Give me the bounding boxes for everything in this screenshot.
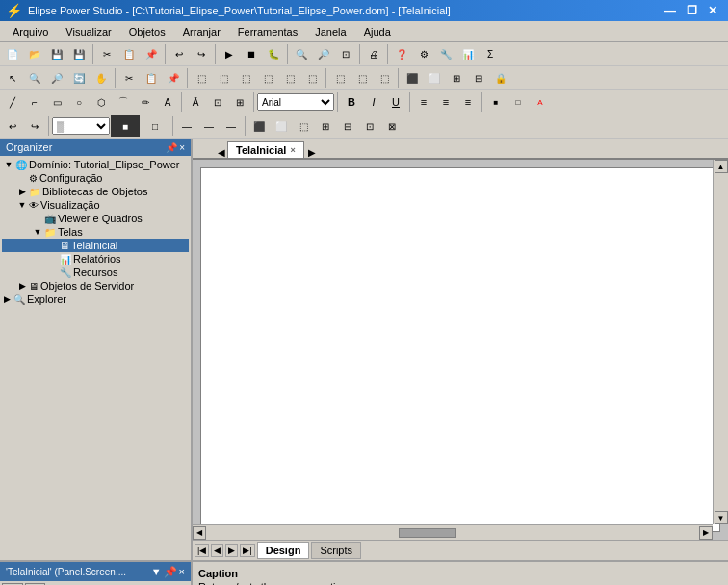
obj-align-center[interactable]: ⬚ (213, 67, 234, 89)
obj-back[interactable]: ⬜ (424, 67, 445, 89)
effect4[interactable]: ⊞ (315, 115, 336, 137)
tree-item-telas[interactable]: ▼ 📁 Telas (2, 225, 189, 239)
tb-paste[interactable]: 📌 (163, 67, 184, 89)
effect7[interactable]: ⊠ (381, 115, 403, 137)
align-left-text[interactable]: ≡ (413, 91, 434, 113)
draw-line[interactable]: ╱ (2, 91, 23, 113)
italic-button[interactable]: I (363, 91, 384, 113)
draw-ellipse[interactable]: ○ (68, 91, 90, 113)
extra2-button[interactable]: 🔧 (435, 43, 456, 64)
scroll-left-btn[interactable]: ◀ (193, 526, 206, 540)
tree-item-recursos[interactable]: 🔧 Recursos (2, 266, 189, 279)
obj-align-bottom[interactable]: ⬚ (301, 67, 323, 89)
organizer-close-btn[interactable]: × (179, 142, 185, 153)
line-style1[interactable]: — (176, 115, 197, 137)
menu-ajuda[interactable]: Ajuda (355, 23, 400, 40)
nav-first-btn[interactable]: |◀ (195, 544, 209, 557)
align-right-text[interactable]: ≡ (457, 91, 479, 113)
menu-objetos[interactable]: Objetos (120, 23, 174, 40)
obj-ungroup[interactable]: ⊟ (468, 67, 489, 89)
obj-front[interactable]: ⬛ (402, 67, 423, 89)
fill-color[interactable]: ■ (485, 91, 507, 113)
tree-item-visualizacao[interactable]: ▼ 👁 Visualização (2, 198, 189, 212)
line-style3[interactable]: — (221, 115, 242, 137)
tb-copy[interactable]: 📋 (141, 67, 162, 89)
obj-size-same[interactable]: ⬚ (329, 67, 351, 89)
scrollbar-horizontal[interactable]: ◀ ▶ (193, 524, 713, 540)
extra3-button[interactable]: 📊 (457, 43, 479, 64)
obj-size-height[interactable]: ⬚ (374, 67, 395, 89)
scrollbar-vertical[interactable]: ▲ ▼ (713, 160, 728, 524)
run-button[interactable]: ▶ (219, 43, 240, 64)
underline-button[interactable]: U (385, 91, 406, 113)
restore-button[interactable]: ❐ (682, 3, 701, 18)
font-select[interactable]: Arial (257, 93, 334, 111)
menu-arquivo[interactable]: Arquivo (4, 23, 57, 40)
nav-last-btn[interactable]: ▶| (240, 544, 254, 557)
help-button[interactable]: ❓ (391, 43, 412, 64)
tree-item-telainicial[interactable]: 🖥 TelaInicial (2, 239, 189, 252)
tab-left-btn[interactable]: ◀ (216, 147, 227, 158)
draw-rect[interactable]: ▭ (46, 91, 67, 113)
tree-item-bibliotecas[interactable]: ▶ 📁 Bibliotecas de Objetos (2, 185, 189, 198)
extra1-button[interactable]: ⚙ (413, 43, 434, 64)
props-close-btn[interactable]: × (179, 566, 185, 578)
tree-item-objservidor[interactable]: ▶ 🖥 Objetos de Servidor (2, 279, 189, 292)
text-color[interactable]: A (530, 91, 551, 113)
zoom-out-button[interactable]: 🔎 (313, 43, 334, 64)
effect6[interactable]: ⊡ (359, 115, 380, 137)
pan-button[interactable]: ✋ (91, 67, 112, 89)
organizer-pin-btn[interactable]: 📌 (166, 142, 177, 153)
props-dropdown-btn[interactable]: ▼ (151, 566, 162, 578)
bold-button[interactable]: B (341, 91, 362, 113)
tab-telainicial[interactable]: TelaInicial × (227, 141, 304, 158)
draw-arc[interactable]: ⌒ (113, 91, 134, 113)
draw-polygon[interactable]: ⬡ (91, 91, 112, 113)
tree-item-explorer[interactable]: ▶ 🔍 Explorer (2, 292, 189, 306)
effect5[interactable]: ⊟ (337, 115, 358, 137)
tree-item-viewer[interactable]: 📺 Viewer e Quadros (2, 212, 189, 225)
minimize-button[interactable]: — (661, 3, 680, 18)
tree-item-relatorios[interactable]: 📊 Relatórios (2, 252, 189, 266)
undo-btn2[interactable]: ↩ (2, 115, 23, 137)
draw-button[interactable]: ⊡ (207, 91, 228, 113)
align-center-text[interactable]: ≡ (435, 91, 456, 113)
nav-prev-btn[interactable]: ◀ (211, 544, 223, 557)
obj-lock[interactable]: 🔒 (490, 67, 511, 89)
color-fill-btn[interactable]: ■ (111, 115, 140, 137)
open-button[interactable]: 📂 (24, 43, 45, 64)
effect1[interactable]: ⬛ (248, 115, 270, 137)
stop-button[interactable]: ⏹ (241, 43, 262, 64)
draw-textbox[interactable]: Ā (185, 91, 206, 113)
scroll-up-btn[interactable]: ▲ (715, 160, 728, 173)
zoom2-button[interactable]: 🔎 (46, 67, 67, 89)
menu-visualizar[interactable]: Visualizar (57, 23, 120, 40)
save-all-button[interactable]: 💾 (68, 43, 90, 64)
obj-size-width[interactable]: ⬚ (351, 67, 373, 89)
menu-janela[interactable]: Janela (306, 23, 354, 40)
rotate-button[interactable]: 🔄 (68, 67, 90, 89)
effect2[interactable]: ⬜ (271, 115, 292, 137)
debug-button[interactable]: 🐛 (263, 43, 284, 64)
tab-right-btn[interactable]: ▶ (306, 147, 318, 158)
tab-close-btn[interactable]: × (290, 145, 295, 155)
undo-button[interactable]: ↩ (169, 43, 190, 64)
line-style2[interactable]: — (198, 115, 220, 137)
obj-align-vcenter[interactable]: ⬚ (279, 67, 300, 89)
design-tab-design[interactable]: Design (257, 542, 310, 559)
tb-cut[interactable]: ✂ (118, 67, 140, 89)
obj-align-right[interactable]: ⬚ (235, 67, 256, 89)
paste-button[interactable]: 📌 (141, 43, 162, 64)
design-tab-scripts[interactable]: Scripts (311, 542, 361, 559)
zoom-fit-button[interactable]: ⊡ (335, 43, 356, 64)
canvas-inner[interactable] (200, 167, 720, 532)
close-button[interactable]: ✕ (703, 3, 722, 18)
draw-pencil[interactable]: ✏ (135, 91, 156, 113)
redo-button[interactable]: ↪ (191, 43, 212, 64)
effect3[interactable]: ⬚ (293, 115, 314, 137)
color-line-btn[interactable]: □ (141, 115, 169, 137)
draw-polyline[interactable]: ⌐ (24, 91, 45, 113)
zoom-button[interactable]: 🔍 (24, 67, 45, 89)
tree-item-config[interactable]: ⚙ Configuração (2, 171, 189, 185)
menu-ferramentas[interactable]: Ferramentas (229, 23, 306, 40)
